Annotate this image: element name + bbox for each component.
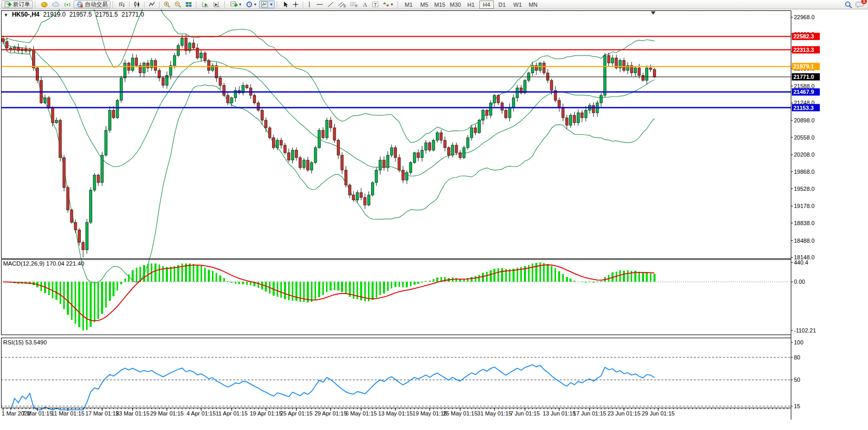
- tf-button-M1[interactable]: M1: [402, 1, 416, 9]
- candlestick-button[interactable]: [132, 1, 142, 8]
- cloud-icon: [52, 1, 60, 8]
- svg-text:50: 50: [794, 377, 800, 383]
- arrows-icon: [382, 1, 390, 8]
- bar-chart-button[interactable]: [117, 1, 127, 8]
- equidistant-channel-button[interactable]: E: [336, 1, 348, 8]
- x-axis-label: 6 May 01:15: [346, 410, 377, 417]
- periods-button[interactable]: ▼: [244, 1, 259, 8]
- trendline-icon: [327, 1, 334, 8]
- indicators-button[interactable]: ▼: [259, 1, 275, 8]
- signals-button[interactable]: [62, 1, 73, 8]
- toolbar-separator: [303, 2, 303, 8]
- tf-button-M5[interactable]: M5: [417, 1, 432, 9]
- market-icon: [40, 1, 48, 8]
- x-axis-label: 7 Jun 01:15: [510, 410, 540, 417]
- zoom-out-icon: [174, 1, 181, 8]
- x-axis-label: 13 May 01:15: [378, 410, 413, 417]
- tf-button-W1[interactable]: W1: [510, 1, 525, 9]
- chart-canvas[interactable]: 22968.022628.022278.021938.021588.021248…: [0, 9, 868, 430]
- ohlc-close: 21771.0: [121, 11, 144, 18]
- x-axis-label: 25 Apr 01:15: [280, 410, 312, 417]
- text-button[interactable]: A: [360, 1, 369, 8]
- tf-button-H4[interactable]: H4: [479, 1, 494, 9]
- autotrade-label: 自动交易: [85, 1, 108, 8]
- tf-button-M30[interactable]: M30: [448, 1, 463, 9]
- timeframe-bar: M1M5M15M30H1H4D1W1MN: [402, 1, 540, 9]
- chart-shift-button[interactable]: [211, 1, 222, 8]
- x-axis-label: 19 Apr 01:15: [250, 410, 282, 417]
- vertical-line-button[interactable]: [305, 1, 314, 8]
- toolbar-grip: [224, 2, 226, 8]
- tf-button-H1[interactable]: H1: [464, 1, 478, 9]
- ohlc-low: 21751.5: [95, 11, 118, 18]
- x-axis-label: 11 Mar 01:15: [51, 410, 84, 417]
- dropdown-caret-icon: ▼: [269, 3, 273, 6]
- equidistant-channel-icon: E: [338, 1, 346, 8]
- x-axis-label: 29 Jun 01:15: [642, 410, 675, 417]
- tf-button-M15[interactable]: M15: [433, 1, 447, 9]
- svg-text:21467.9: 21467.9: [793, 89, 814, 95]
- dropdown-caret-icon: ▼: [253, 3, 257, 6]
- line-chart-button[interactable]: [147, 1, 157, 8]
- crosshair-button[interactable]: [291, 1, 301, 8]
- arrows-button[interactable]: ▼: [381, 1, 395, 8]
- market-button[interactable]: [39, 1, 50, 8]
- svg-text:21979.1: 21979.1: [793, 63, 814, 70]
- autotrade-button[interactable]: 自动交易: [74, 1, 110, 8]
- x-axis-label: 19 May 01:15: [412, 410, 447, 417]
- cursor-button[interactable]: [281, 1, 290, 8]
- clock-icon: [246, 1, 253, 8]
- tile-windows-button[interactable]: [183, 1, 194, 8]
- x-axis-label: 17 Mar 01:15: [86, 410, 119, 417]
- notifications-button[interactable]: 1: [856, 1, 864, 9]
- new-chart-icon: [230, 1, 238, 8]
- svg-text:22968.0: 22968.0: [794, 14, 815, 20]
- svg-text:20208.0: 20208.0: [794, 151, 815, 158]
- svg-text:A: A: [363, 1, 367, 8]
- svg-text:21588.0: 21588.0: [794, 83, 815, 89]
- svg-text:80: 80: [794, 354, 800, 360]
- candlestick-icon: [133, 1, 140, 8]
- bar-chart-icon: [118, 1, 125, 8]
- svg-text:21771.0: 21771.0: [793, 74, 814, 80]
- cloud-button[interactable]: [50, 1, 62, 8]
- zoom-in-icon: [163, 1, 170, 8]
- text-label-button[interactable]: T: [370, 1, 380, 8]
- svg-text:20558.0: 20558.0: [794, 134, 815, 141]
- line-chart-icon: [148, 1, 155, 8]
- toolbar-separator: [144, 2, 145, 8]
- svg-text:20898.0: 20898.0: [794, 117, 815, 123]
- zoom-out-button[interactable]: [173, 1, 183, 8]
- notification-badge: 1: [861, 0, 867, 4]
- indicators-icon: [261, 1, 269, 8]
- svg-text:21153.3: 21153.3: [793, 105, 814, 111]
- new-chart-button[interactable]: ▼: [229, 1, 244, 8]
- new-order-label: 新订单: [13, 1, 30, 8]
- dropdown-caret-icon: ▼: [390, 3, 394, 6]
- tf-button-MN[interactable]: MN: [526, 1, 540, 9]
- search-icon[interactable]: [845, 1, 852, 8]
- svg-text:-1102.21: -1102.21: [794, 327, 816, 334]
- svg-text:22582.3: 22582.3: [793, 33, 814, 39]
- tf-button-D1[interactable]: D1: [495, 1, 509, 9]
- x-axis-label: 13 Jun 01:15: [543, 410, 576, 417]
- new-order-button[interactable]: 新订单: [2, 1, 33, 8]
- macd-label: MACD(12,26,9) 170.04 221.40: [3, 260, 84, 267]
- fibonacci-button[interactable]: F: [348, 1, 360, 8]
- auto-scroll-button[interactable]: [200, 1, 211, 8]
- crosshair-icon: [292, 1, 299, 8]
- svg-text:18488.0: 18488.0: [794, 238, 815, 244]
- symbol-period-label: HK50-,H4: [12, 11, 39, 18]
- zoom-in-button[interactable]: [162, 1, 172, 8]
- trendline-button[interactable]: [325, 1, 336, 8]
- globe-icon: [76, 1, 83, 8]
- horizontal-line-button[interactable]: [315, 1, 325, 8]
- toolbar-grip: [277, 2, 278, 8]
- x-axis-label: 29 Apr 01:15: [315, 410, 347, 417]
- svg-text:19178.0: 19178.0: [794, 203, 815, 209]
- toolbar-separator: [159, 2, 160, 8]
- auto-scroll-icon: [202, 1, 209, 8]
- x-axis-label: 23 Mar 01:15: [116, 410, 149, 417]
- signals-icon: [64, 1, 72, 8]
- x-axis-label: 25 May 01:15: [443, 410, 478, 417]
